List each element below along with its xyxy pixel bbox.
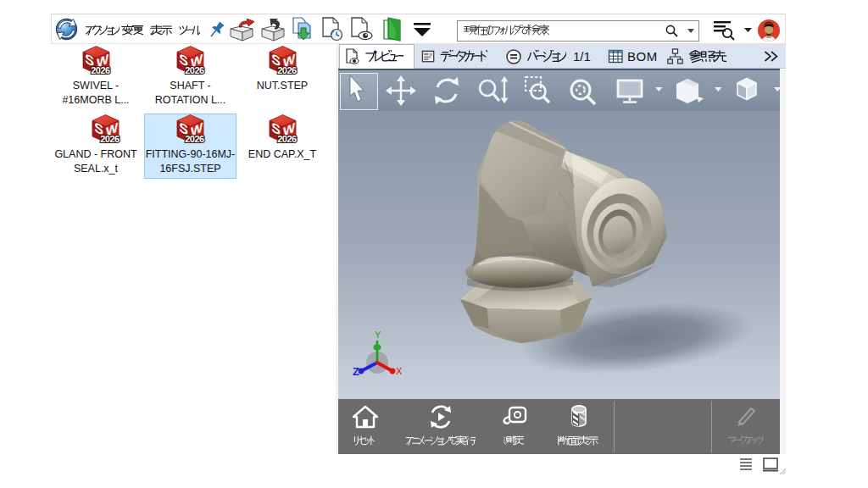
svg-text:2026: 2026 xyxy=(91,65,110,75)
svg-text:2026: 2026 xyxy=(277,134,297,144)
svg-text:2026: 2026 xyxy=(277,65,297,75)
svg-text:Y: Y xyxy=(375,330,381,340)
svg-text:2026: 2026 xyxy=(100,134,120,144)
svg-text:Z: Z xyxy=(353,365,359,378)
svg-text:2026: 2026 xyxy=(185,65,204,75)
svg-text:2026: 2026 xyxy=(185,134,204,144)
svg-text:X: X xyxy=(396,366,403,376)
